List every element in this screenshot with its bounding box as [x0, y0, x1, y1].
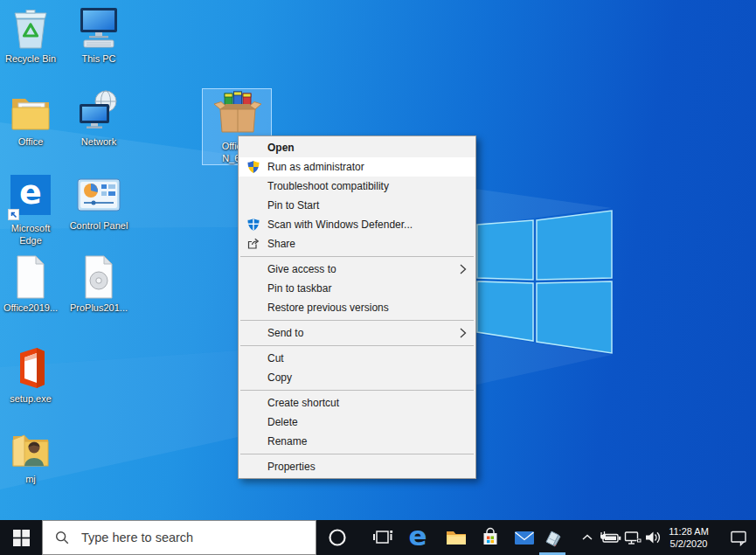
battery-icon	[600, 531, 622, 545]
windows-desktop-screen: Recycle Bin This PC Office	[0, 0, 756, 555]
edge-taskbar-button[interactable]: e	[400, 520, 435, 555]
desktop-icon-office2019-file[interactable]: Office2019...	[0, 254, 66, 314]
action-center-button[interactable]	[720, 520, 756, 555]
running-installer-icon	[542, 527, 563, 548]
menu-item-scan-with-windows-defender[interactable]: Scan with Windows Defender...	[239, 215, 475, 234]
search-icon	[54, 530, 70, 545]
network-tray-icon	[624, 531, 642, 545]
desktop-icon-proplus-iso[interactable]: ProPlus201...	[64, 254, 134, 314]
task-view-button[interactable]	[365, 520, 400, 555]
icon-label: Office2019...	[0, 302, 66, 314]
clock-time: 11:28 AM	[669, 525, 709, 538]
icon-label: setup.exe	[0, 392, 66, 405]
folder-icon	[8, 88, 53, 134]
clock-date: 5/2/2020	[670, 538, 708, 550]
mail-icon	[513, 529, 536, 546]
control-panel-icon	[76, 172, 121, 218]
menu-item-troubleshoot-compatibility[interactable]: Troubleshoot compatibility	[239, 177, 475, 196]
icon-label: ProPlus201...	[64, 302, 134, 314]
menu-item-delete[interactable]: Delete	[239, 413, 475, 432]
menu-item-properties[interactable]: Properties	[239, 457, 475, 476]
share-icon	[246, 237, 260, 251]
disc-image-file-icon	[81, 254, 116, 300]
desktop-icon-control-panel[interactable]: Control Panel	[64, 172, 134, 232]
menu-separator	[240, 345, 474, 346]
menu-item-restore-previous-versions[interactable]: Restore previous versions	[239, 298, 475, 317]
desktop-icon-microsoft-edge[interactable]: e Microsoft Edge	[0, 172, 66, 246]
icon-label: Office	[0, 135, 66, 148]
menu-separator	[240, 320, 474, 321]
shortcut-arrow-icon	[8, 209, 19, 220]
tray-battery-button[interactable]	[600, 520, 622, 555]
windows-logo-icon	[13, 530, 30, 546]
menu-separator	[240, 454, 474, 454]
icon-label: Recycle Bin	[0, 52, 66, 65]
menu-item-share[interactable]: Share	[239, 234, 475, 253]
desktop-icon-network[interactable]: Network	[64, 88, 134, 148]
menu-item-send-to[interactable]: Send to	[239, 323, 475, 343]
desktop-icon-office-folder[interactable]: Office	[0, 88, 66, 148]
icon-label: Control Panel	[64, 219, 134, 232]
desktop-icon-this-pc[interactable]: This PC	[64, 5, 134, 65]
icon-label: mj	[0, 473, 66, 485]
store-icon	[480, 527, 501, 548]
menu-item-rename[interactable]: Rename	[239, 432, 475, 451]
tray-volume-button[interactable]	[642, 520, 663, 555]
taskbar: e	[0, 520, 756, 555]
icon-label: This PC	[64, 52, 134, 65]
menu-item-copy[interactable]: Copy	[239, 368, 475, 387]
menu-item-cut[interactable]: Cut	[239, 349, 475, 368]
menu-item-open[interactable]: Open	[239, 138, 475, 157]
taskbar-search[interactable]	[42, 520, 316, 555]
submenu-arrow-icon	[460, 264, 467, 274]
menu-separator	[240, 390, 474, 391]
menu-item-pin-to-taskbar[interactable]: Pin to taskbar	[239, 279, 475, 298]
edge-icon: e	[408, 523, 427, 550]
menu-item-run-as-administrator[interactable]: Run as administrator	[239, 157, 475, 177]
user-folder-icon	[8, 429, 53, 471]
cortana-icon	[328, 528, 347, 547]
task-view-icon	[372, 528, 393, 547]
archive-box-icon	[212, 89, 261, 136]
action-center-icon	[730, 530, 747, 546]
menu-item-pin-to-start[interactable]: Pin to Start	[239, 196, 475, 215]
file-explorer-icon	[445, 528, 468, 547]
desktop-icon-setup-exe[interactable]: setup.exe	[0, 345, 66, 405]
menu-item-give-access-to[interactable]: Give access to	[239, 260, 475, 279]
office-setup-icon	[10, 345, 52, 391]
context-menu: Open Run as administrator Troubleshoot c…	[238, 135, 476, 479]
uac-shield-icon	[246, 160, 260, 174]
start-button[interactable]	[0, 520, 42, 555]
tray-clock[interactable]: 11:28 AM 5/2/2020	[663, 520, 714, 555]
desktop-icon-mj-folder[interactable]: mj	[0, 429, 66, 485]
this-pc-icon	[76, 5, 121, 51]
cortana-button[interactable]	[320, 520, 355, 555]
submenu-arrow-icon	[460, 328, 467, 338]
recycle-bin-icon	[8, 5, 53, 51]
menu-item-create-shortcut[interactable]: Create shortcut	[239, 393, 475, 413]
speaker-icon	[644, 531, 662, 545]
microsoft-store-button[interactable]	[473, 520, 508, 555]
desktop-icon-recycle-bin[interactable]: Recycle Bin	[0, 5, 66, 65]
menu-separator	[240, 256, 474, 257]
icon-label: Network	[64, 135, 134, 148]
file-explorer-button[interactable]	[439, 520, 474, 555]
tray-network-button[interactable]	[622, 520, 643, 555]
active-app-button[interactable]	[535, 520, 570, 555]
search-input[interactable]	[80, 530, 316, 545]
defender-shield-icon	[246, 218, 260, 232]
file-icon	[13, 254, 48, 300]
icon-label: Microsoft Edge	[3, 222, 58, 246]
tray-show-hidden-button[interactable]	[575, 520, 600, 555]
network-icon	[76, 88, 121, 134]
chevron-up-icon	[581, 533, 593, 542]
